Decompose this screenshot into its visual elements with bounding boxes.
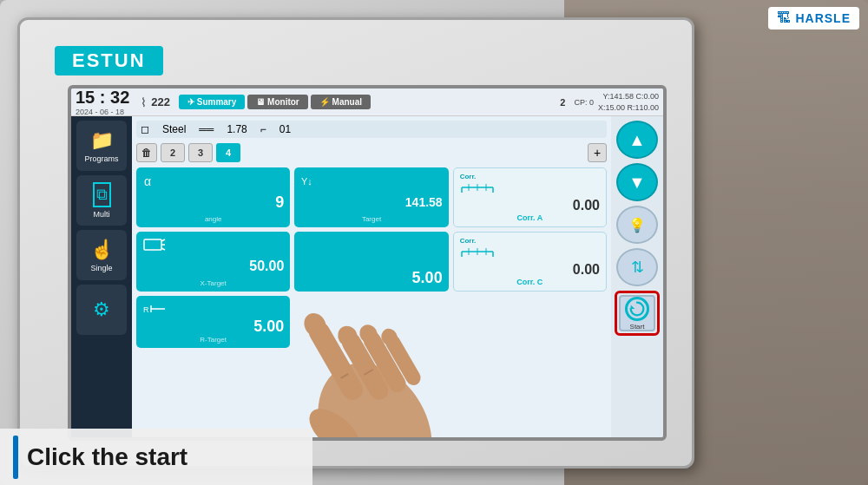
corr-a-top-label: Corr. xyxy=(460,173,600,180)
sidebar: 📁 Programs ⧉ Multi ☝ Single ⚙ xyxy=(71,116,132,437)
tab-monitor-icon: 🖥 xyxy=(256,97,265,107)
step-count: 222 xyxy=(151,95,170,108)
screen-ui: E310 P 15 : 32 2024 - 06 - 18 ⌇ 222 ✈ Su… xyxy=(71,88,663,437)
gear-icon: ⚙ xyxy=(93,298,110,321)
machine-panel: ESTUN E310 P 15 : 32 2024 - 06 - 18 ⌇ 22… xyxy=(17,17,694,469)
svg-rect-8 xyxy=(144,239,161,250)
bend-tab-2[interactable]: 2 xyxy=(161,143,185,162)
page-num: 2 xyxy=(560,97,565,108)
caption-accent xyxy=(13,436,18,479)
tab-summary[interactable]: ✈ Summary xyxy=(179,95,245,109)
angle-param[interactable]: α 9 angle xyxy=(136,167,290,227)
harsle-logo-text: HARSLE xyxy=(795,11,851,25)
r-target-param[interactable]: R 5.00 R-Target xyxy=(136,296,290,348)
bend-tab-3[interactable]: 3 xyxy=(188,143,213,162)
svg-text:α: α xyxy=(144,174,151,188)
program-bar: ◻ Steel ══ 1.78 ⌐ 01 xyxy=(136,121,607,138)
right-buttons: ▲ ▼ 💡 ⇅ Start xyxy=(611,116,663,437)
material-name: Steel xyxy=(162,123,186,135)
svg-marker-21 xyxy=(631,305,635,309)
folder-icon: 📁 xyxy=(90,129,114,152)
single-icon: ☝ xyxy=(90,239,114,261)
corr-c-label: Corr. C xyxy=(460,278,600,286)
corr-c-value: 0.00 xyxy=(460,262,600,278)
time-display: 15 : 32 xyxy=(76,88,129,108)
start-circle-icon xyxy=(625,297,649,321)
harsle-logo: 🏗 HARSLE xyxy=(768,7,859,29)
svg-text:Y↓: Y↓ xyxy=(301,176,312,187)
multi-icon: ⧉ xyxy=(93,182,111,207)
r-target-label: R-Target xyxy=(142,336,284,344)
add-bend-button[interactable]: + xyxy=(588,143,607,162)
angle-value: 9 xyxy=(142,193,284,212)
corr-a-label: Corr. A xyxy=(460,213,600,222)
corr-c-top-label: Corr. xyxy=(460,237,600,245)
down-button[interactable]: ▼ xyxy=(616,163,658,201)
bend-tab-4[interactable]: 4 xyxy=(216,143,240,162)
corr-a-icon xyxy=(460,180,495,194)
light-button[interactable]: 💡 xyxy=(616,206,658,244)
caption-bar: Click the start xyxy=(0,429,312,485)
thickness-value: 1.78 xyxy=(227,123,247,135)
y-target-label: Target xyxy=(300,215,442,223)
bend-icon: ⌐ xyxy=(260,123,266,135)
x-target-param[interactable]: 50.00 X-Target xyxy=(136,232,290,292)
y-target-icon: Y↓ xyxy=(300,172,319,189)
sidebar-programs-label: Programs xyxy=(84,154,118,163)
z-param[interactable]: 5.00 xyxy=(294,232,448,292)
tab-monitor[interactable]: 🖥 Monitor xyxy=(247,95,307,109)
up-button[interactable]: ▲ xyxy=(616,121,658,159)
main-content: ◻ Steel ══ 1.78 ⌐ 01 🗑 2 3 xyxy=(132,116,611,437)
svg-text:R: R xyxy=(143,305,149,314)
coord-info: Y:141.58 C:0.00 X:15.00 R:110.00 xyxy=(598,91,659,113)
start-button-container: Start xyxy=(615,291,660,336)
sidebar-item-settings[interactable]: ⚙ xyxy=(76,285,127,335)
r-target-value: 5.00 xyxy=(142,318,284,336)
start-button[interactable]: Start xyxy=(619,295,655,331)
sidebar-single-label: Single xyxy=(90,264,112,272)
x-target-value: 50.00 xyxy=(142,259,284,274)
start-refresh-icon xyxy=(628,298,647,319)
delete-button[interactable]: 🗑 xyxy=(136,143,157,162)
r-target-icon: R xyxy=(142,300,167,318)
screen: E310 P 15 : 32 2024 - 06 - 18 ⌇ 222 ✈ Su… xyxy=(68,85,667,441)
bend-count: 01 xyxy=(279,123,291,135)
y-target-param[interactable]: Y↓ 141.58 Target xyxy=(294,167,448,227)
sidebar-item-multi[interactable]: ⧉ Multi xyxy=(76,175,127,226)
tab-manual[interactable]: ⚡ Manual xyxy=(311,95,371,109)
sidebar-multi-label: Multi xyxy=(93,210,109,219)
z-value: 5.00 xyxy=(300,269,442,287)
y-target-value: 141.58 xyxy=(300,195,442,209)
cp-info: CP: 0 xyxy=(574,98,594,107)
param-grid: α 9 angle Y↓ xyxy=(136,167,607,348)
angle-icon: α xyxy=(142,172,160,189)
angle-label: angle xyxy=(142,215,284,223)
tab-summary-icon: ✈ xyxy=(187,97,194,107)
harsle-logo-icon: 🏗 xyxy=(777,10,791,26)
step-icon: ⌇ xyxy=(141,95,147,109)
machine-outer: 🏗 HARSLE ESTUN E310 P 15 : 32 2024 - 06 … xyxy=(0,0,868,485)
sidebar-item-programs[interactable]: 📁 Programs xyxy=(76,121,127,171)
nav-tabs: ✈ Summary 🖥 Monitor ⚡ Manual xyxy=(179,95,371,109)
sidebar-item-single[interactable]: ☝ Single xyxy=(76,230,127,280)
swap-button[interactable]: ⇅ xyxy=(616,248,658,286)
x-target-icon xyxy=(142,236,167,253)
brand-label: ESTUN xyxy=(55,46,163,75)
corr-c-icon xyxy=(460,245,495,259)
status-bar: 15 : 32 2024 - 06 - 18 ⌇ 222 ✈ Summary 🖥… xyxy=(71,88,663,116)
corr-c-param[interactable]: Corr. 0.00 xyxy=(453,232,607,292)
date-display: 2024 - 06 - 18 xyxy=(76,108,136,116)
x-target-label: X-Target xyxy=(142,279,284,287)
material-icon: ◻ xyxy=(141,123,149,135)
corr-a-value: 0.00 xyxy=(460,198,600,213)
bend-tabs: 🗑 2 3 4 + xyxy=(136,143,607,162)
tab-manual-icon: ⚡ xyxy=(319,97,330,107)
thickness-icon: ══ xyxy=(199,123,214,135)
start-label: Start xyxy=(630,323,645,331)
caption-text: Click the start xyxy=(27,443,187,471)
corr-a-param[interactable]: Corr. 0.00 xyxy=(453,167,607,227)
